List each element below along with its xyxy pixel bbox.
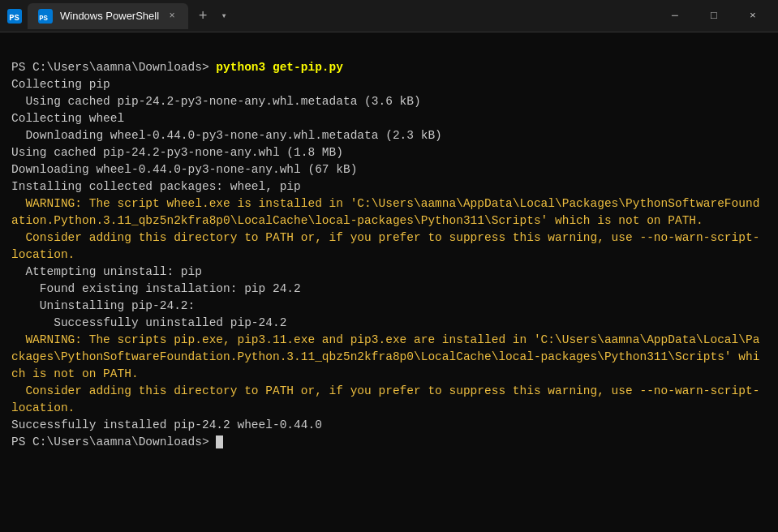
- output-text: Found existing installation: pip 24.2: [11, 282, 301, 295]
- terminal-line: PS C:\Users\aamna\Downloads>: [11, 434, 767, 451]
- terminal-line: Consider adding this directory to PATH o…: [11, 383, 767, 417]
- svg-text:PS: PS: [9, 12, 19, 22]
- tab-powershell[interactable]: PS Windows PowerShell ×: [28, 3, 188, 29]
- output-text: Using cached pip-24.2-py3-none-any.whl (…: [11, 146, 343, 159]
- output-text: Successfully installed pip-24.2 wheel-0.…: [11, 418, 322, 431]
- tab-icon: PS: [37, 8, 54, 24]
- terminal-line: Downloading wheel-0.44.0-py3-none-any.wh…: [11, 161, 767, 178]
- terminal-line: Using cached pip-24.2-py3-none-any.whl (…: [11, 144, 767, 161]
- tab-title: Windows PowerShell: [60, 10, 159, 22]
- terminal-line: Installing collected packages: wheel, pi…: [11, 178, 767, 195]
- new-tab-button[interactable]: +: [191, 5, 214, 28]
- terminal-line: WARNING: The script wheel.exe is install…: [11, 195, 767, 230]
- powershell-icon: PS: [6, 8, 23, 24]
- terminal-line: Downloading wheel-0.44.0-py3-none-any.wh…: [11, 127, 767, 144]
- maximize-button[interactable]: □: [695, 3, 733, 29]
- terminal-line: Attempting uninstall: pip: [11, 264, 767, 281]
- output-text: Using cached pip-24.2-py3-none-any.whl.m…: [11, 95, 421, 108]
- warning-text: WARNING: The scripts pip.exe, pip3.11.ex…: [11, 333, 759, 380]
- terminal-line: Successfully installed pip-24.2 wheel-0.…: [11, 417, 767, 434]
- terminal-line: Collecting pip: [11, 76, 767, 93]
- minimize-button[interactable]: ─: [656, 3, 694, 29]
- output-text: Successfully uninstalled pip-24.2: [11, 316, 286, 329]
- terminal-line: WARNING: The scripts pip.exe, pip3.11.ex…: [11, 332, 767, 383]
- warning-text: WARNING: The script wheel.exe is install…: [11, 197, 759, 227]
- output-text: Uninstalling pip-24.2:: [11, 299, 195, 312]
- window-controls: ─ □ ×: [656, 3, 772, 29]
- output-text: Attempting uninstall: pip: [11, 265, 202, 278]
- command-text: python3 get-pip.py: [216, 61, 343, 74]
- output-text: Downloading wheel-0.44.0-py3-none-any.wh…: [11, 129, 442, 142]
- terminal-line: PS C:\Users\aamna\Downloads> python3 get…: [11, 59, 767, 76]
- warning-text: Consider adding this directory to PATH o…: [11, 231, 759, 261]
- prompt-end-text: PS C:\Users\aamna\Downloads>: [11, 435, 216, 448]
- terminal-line: Successfully uninstalled pip-24.2: [11, 315, 767, 332]
- output-text: Collecting pip: [11, 78, 110, 91]
- warning-text: Consider adding this directory to PATH o…: [11, 384, 759, 414]
- tab-dropdown-button[interactable]: ▾: [214, 5, 234, 28]
- title-bar: PS PS Windows PowerShell × + ▾ ─ □ ×: [0, 0, 778, 32]
- output-text: Installing collected packages: wheel, pi…: [11, 180, 301, 193]
- svg-text:PS: PS: [39, 14, 48, 22]
- close-button[interactable]: ×: [734, 3, 772, 29]
- output-text: Downloading wheel-0.44.0-py3-none-any.wh…: [11, 163, 357, 176]
- tab-close-button[interactable]: ×: [165, 10, 178, 23]
- terminal-line: Using cached pip-24.2-py3-none-any.whl.m…: [11, 93, 767, 110]
- cursor: [216, 435, 223, 448]
- prompt-text: PS C:\Users\aamna\Downloads>: [11, 61, 216, 74]
- tab-area: PS Windows PowerShell × + ▾: [28, 3, 651, 29]
- terminal-line: Consider adding this directory to PATH o…: [11, 230, 767, 264]
- terminal-line: Uninstalling pip-24.2:: [11, 298, 767, 315]
- terminal-output[interactable]: PS C:\Users\aamna\Downloads> python3 get…: [0, 32, 778, 532]
- terminal-line: Collecting wheel: [11, 110, 767, 127]
- output-text: Collecting wheel: [11, 112, 124, 125]
- terminal-line: Found existing installation: pip 24.2: [11, 281, 767, 298]
